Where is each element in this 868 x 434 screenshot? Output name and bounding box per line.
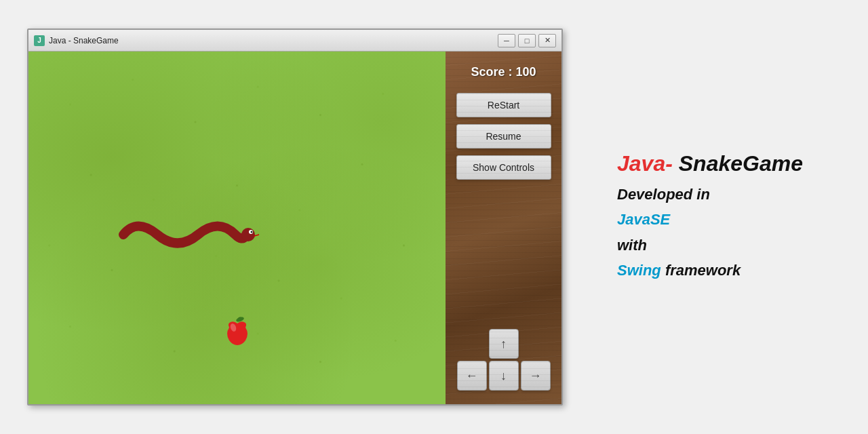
desc-swing: Swing (617, 262, 661, 279)
up-arrow-button[interactable]: ↑ (489, 329, 519, 359)
down-arrow-button[interactable]: ↓ (489, 361, 519, 391)
desc-developed: Developed in (617, 186, 710, 203)
restart-button[interactable]: ReStart (456, 93, 551, 117)
show-controls-button[interactable]: Show Controls (456, 155, 551, 180)
right-arrow-button[interactable]: → (521, 361, 551, 391)
window-body: Score : 100 ReStart Resume Show Controls… (28, 52, 561, 404)
svg-point-2 (251, 231, 253, 233)
desc-with: with (617, 237, 647, 254)
app-window: J Java - SnakeGame ─ □ ✕ (27, 28, 563, 406)
window-controls: ─ □ ✕ (498, 34, 556, 47)
svg-point-3 (235, 317, 244, 323)
window-title: Java - SnakeGame (49, 36, 498, 45)
maximize-button[interactable]: □ (518, 34, 536, 47)
desc-framework: framework (661, 262, 741, 279)
snake (110, 208, 259, 264)
right-panel: Score : 100 ReStart Resume Show Controls… (446, 52, 561, 404)
score-display: Score : 100 (471, 65, 536, 79)
desc-javase: JavaSE (617, 211, 670, 228)
app-title: Java- SnakeGame (617, 151, 827, 176)
apple (224, 317, 251, 350)
app-icon: J (34, 35, 45, 46)
app-description: Java- SnakeGame Developed in JavaSE with… (604, 138, 841, 297)
svg-point-0 (241, 228, 255, 241)
title-java: Java- (617, 151, 679, 176)
resume-button[interactable]: Resume (456, 124, 551, 149)
left-arrow-button[interactable]: ← (457, 361, 487, 391)
minimize-button[interactable]: ─ (498, 34, 515, 47)
title-bar: J Java - SnakeGame ─ □ ✕ (28, 30, 561, 52)
close-button[interactable]: ✕ (538, 34, 556, 47)
title-snakegame: SnakeGame (679, 151, 803, 176)
arrow-keys-group: ↑ ← ↓ → (457, 329, 551, 391)
game-canvas (28, 52, 446, 404)
description-block: Developed in JavaSE with Swing framework (617, 182, 827, 283)
